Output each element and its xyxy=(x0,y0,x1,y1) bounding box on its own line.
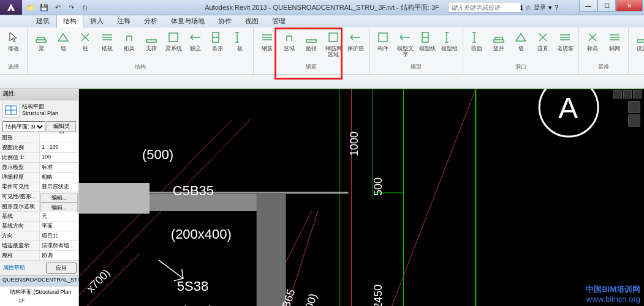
ribbon-button[interactable]: 轴网 xyxy=(605,29,624,51)
window-title: Autodesk Revit 2013 - QUEENSROADCENTRAL_… xyxy=(205,3,439,12)
ribbon-button[interactable]: 桁架 xyxy=(119,29,139,51)
browser-header[interactable]: QUEENSROADCENTRAL_STRU_3... xyxy=(0,275,78,286)
prop-value[interactable]: 粗略 xyxy=(40,173,78,182)
prop-value[interactable]: 项目北 xyxy=(40,231,78,241)
ribbon-button[interactable]: 竖井 xyxy=(489,29,509,51)
tab-architecture[interactable]: 建筑 xyxy=(29,14,56,28)
search-input[interactable] xyxy=(448,2,521,13)
prop-value[interactable] xyxy=(40,133,78,143)
qat-print-icon[interactable]: ⎙ xyxy=(78,2,91,13)
tab-manage[interactable]: 管理 xyxy=(265,14,292,28)
property-row[interactable]: 可见性/图形...编辑... xyxy=(0,192,78,202)
property-row[interactable]: 基线无 xyxy=(0,212,78,222)
info-icon[interactable]: ℹ xyxy=(520,4,523,12)
property-row[interactable]: 图形显示选项编辑... xyxy=(0,202,78,212)
tab-structure[interactable]: 结构 xyxy=(56,14,83,28)
property-row[interactable]: 图形 xyxy=(0,133,78,143)
tab-collaborate[interactable]: 协作 xyxy=(211,14,238,28)
mdi-close-button[interactable] xyxy=(633,90,642,99)
ribbon-button[interactable]: 梁 xyxy=(31,29,51,51)
ribbon-button[interactable]: 模型线 xyxy=(417,29,437,51)
property-row[interactable]: 墙连接显示清理所有墙... xyxy=(0,241,78,251)
ribbon-button[interactable]: 梁系统 xyxy=(164,29,183,51)
mdi-min-button[interactable] xyxy=(613,90,622,99)
workarea: 属性 结构平面Structural Plan 结构平面: 3F 编辑类型 图形视… xyxy=(0,89,644,306)
tab-annotate[interactable]: 注释 xyxy=(110,14,137,28)
help-icon[interactable]: ? xyxy=(555,4,558,11)
ribbon-tabs: 建筑 结构 插入 注释 分析 体量与场地 协作 视图 管理 xyxy=(0,15,644,28)
ribbon-button[interactable]: 垂直 xyxy=(533,29,553,51)
ribbon-button[interactable]: 支撑 xyxy=(142,29,161,51)
apply-button[interactable]: 应用 xyxy=(46,263,77,274)
edit-type-button[interactable]: 编辑类型 xyxy=(47,121,76,132)
ribbon-button[interactable]: 楼板 xyxy=(97,29,117,51)
property-row[interactable]: 方向项目北 xyxy=(0,231,78,241)
property-row[interactable]: 显示模型标准 xyxy=(0,163,78,173)
ribbon-button[interactable]: 条形 xyxy=(208,29,227,51)
tree-root[interactable]: 结构平面 (Structural Plan xyxy=(1,288,77,297)
tab-view[interactable]: 视图 xyxy=(238,14,265,28)
tab-insert[interactable]: 插入 xyxy=(83,14,110,28)
ribbon-button[interactable]: 模型组 xyxy=(439,29,459,51)
drawing-canvas[interactable]: A C5B35 (200x400) (500) 5S38 (200) x700)… xyxy=(79,89,644,306)
nav-pan-button[interactable] xyxy=(628,114,640,127)
property-row[interactable]: 零件可见性显示原状态 xyxy=(0,182,78,192)
close-button[interactable]: ✕ xyxy=(616,0,643,12)
prop-value[interactable]: 协调 xyxy=(40,251,78,260)
help-link[interactable]: 属性帮助 xyxy=(2,263,46,274)
svg-rect-13 xyxy=(257,194,286,306)
ribbon-button[interactable]: 钢筋网区域 xyxy=(324,29,343,58)
ribbon-button[interactable]: 墙 xyxy=(53,29,73,51)
qat-open-icon[interactable]: 📁 xyxy=(25,2,37,13)
ribbon-button[interactable]: 构件 xyxy=(373,29,393,51)
ribbon-button[interactable]: 区域 xyxy=(279,29,299,51)
type-selector[interactable]: 结构平面Structural Plan xyxy=(0,100,78,120)
tab-analyze[interactable]: 分析 xyxy=(137,14,164,28)
ribbon-button[interactable]: 保护层 xyxy=(346,29,365,51)
ribbon-group-opening: 按面竖井墙垂直老虎窗 洞口 xyxy=(463,28,579,74)
max-button[interactable]: ☐ xyxy=(597,0,616,12)
prop-label: 显示模型 xyxy=(0,163,40,172)
min-button[interactable]: — xyxy=(579,0,597,12)
ribbon-button[interactable]: 板 xyxy=(230,29,249,51)
instance-dropdown[interactable]: 结构平面: 3F xyxy=(2,121,45,132)
prop-value[interactable]: 100 xyxy=(40,153,78,162)
qat-save-icon[interactable]: 💾 xyxy=(38,2,50,13)
prop-value[interactable]: 标准 xyxy=(40,163,78,172)
mdi-max-button[interactable] xyxy=(623,90,632,99)
prop-value[interactable]: 显示原状态 xyxy=(40,182,78,192)
prop-value[interactable]: 编辑... xyxy=(40,193,78,203)
prop-value[interactable]: 平面 xyxy=(40,222,78,231)
prop-value[interactable]: 1 : 100 xyxy=(40,143,78,152)
nav-wheel-button[interactable] xyxy=(628,101,640,113)
qat-undo-icon[interactable]: ↶ xyxy=(51,2,64,13)
prop-value[interactable]: 清理所有墙... xyxy=(40,241,78,250)
prop-value[interactable]: 编辑... xyxy=(40,203,78,212)
plan-icon xyxy=(2,103,20,118)
ribbon-button[interactable]: 标高 xyxy=(583,29,602,51)
ribbon-button[interactable]: 路径 xyxy=(301,29,321,51)
ribbon-button[interactable]: 墙 xyxy=(511,29,531,51)
tab-massing[interactable]: 体量与场地 xyxy=(164,14,211,28)
property-row[interactable]: 比例值 1:100 xyxy=(0,153,78,163)
ribbon-button[interactable]: 钢筋 xyxy=(257,29,277,51)
ribbon-button[interactable]: 柱 xyxy=(75,29,95,51)
ribbon-button[interactable]: 独立 xyxy=(186,29,205,51)
ribbon-icon xyxy=(305,31,318,44)
ribbon-button[interactable]: 设置 xyxy=(632,29,644,51)
property-row[interactable]: 视图比例1 : 100 xyxy=(0,143,78,153)
property-row[interactable]: 规程协调 xyxy=(0,251,78,261)
prop-value[interactable]: 无 xyxy=(40,212,78,221)
qat-redo-icon[interactable]: ↷ xyxy=(65,2,77,13)
ribbon-button[interactable]: 老虎窗 xyxy=(555,29,575,51)
ribbon-button[interactable]: 模型文字 xyxy=(395,29,415,58)
dropdown-icon[interactable]: ▾ xyxy=(548,4,552,12)
star-icon[interactable]: ☆ xyxy=(525,4,531,12)
tree-item[interactable]: 1F xyxy=(1,297,77,304)
signin-link[interactable]: 登录 xyxy=(534,3,546,12)
modify-button[interactable]: 修改 xyxy=(4,29,23,51)
property-row[interactable]: 详细程度粗略 xyxy=(0,173,78,182)
ribbon-button[interactable]: 按面 xyxy=(467,29,487,51)
app-logo[interactable] xyxy=(0,0,22,15)
property-row[interactable]: 基线方向平面 xyxy=(0,222,78,231)
